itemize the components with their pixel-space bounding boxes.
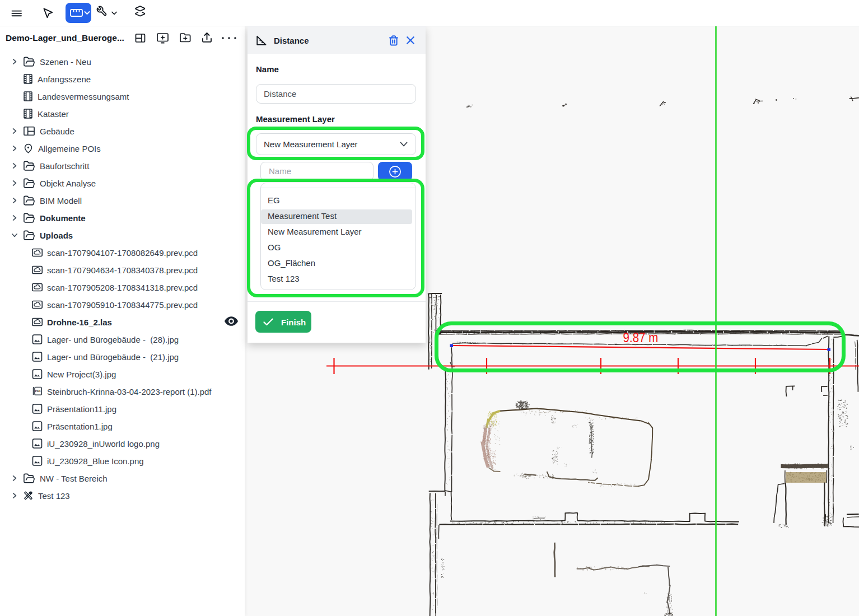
svg-text:9.87 m: 9.87 m	[623, 330, 659, 345]
svg-text:PDF: PDF	[35, 389, 41, 393]
